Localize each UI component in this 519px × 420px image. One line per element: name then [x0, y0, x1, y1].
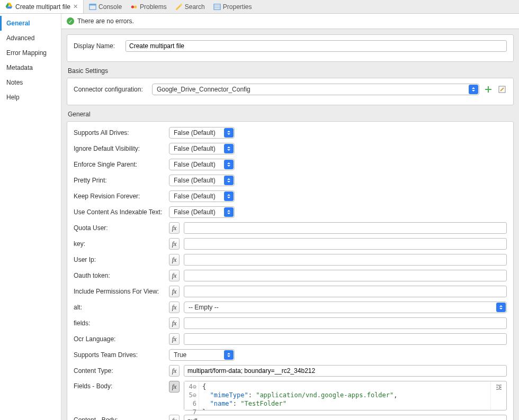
- ignore-default-visibility-select[interactable]: False (Default): [169, 143, 235, 154]
- keep-revision-forever-label: Keep Revision Forever:: [74, 193, 165, 200]
- chevron-updown-icon: [496, 303, 506, 312]
- connector-config-select[interactable]: Google_Drive_Connector_Config: [152, 84, 479, 95]
- fx-button-active[interactable]: fx: [169, 381, 180, 392]
- fields-label: fields:: [74, 319, 165, 327]
- chevron-updown-icon: [224, 191, 234, 201]
- svg-rect-1: [90, 4, 96, 5]
- display-name-label: Display Name:: [74, 42, 121, 50]
- fx-button[interactable]: fx: [169, 333, 180, 345]
- enforce-single-parent-label: Enforce Single Parent:: [74, 161, 165, 168]
- code-body[interactable]: { "mimeType": "application/vnd.google-ap…: [199, 381, 490, 410]
- problems-view-button[interactable]: Problems: [130, 3, 167, 11]
- quota-user-input[interactable]: [184, 222, 507, 234]
- search-view-button[interactable]: Search: [175, 3, 205, 11]
- keep-revision-forever-select[interactable]: False (Default): [169, 190, 235, 202]
- user-ip-input[interactable]: [184, 254, 507, 266]
- oauth-token-input[interactable]: [184, 270, 507, 281]
- content-type-input[interactable]: [184, 365, 507, 377]
- fx-button[interactable]: fx: [169, 238, 180, 250]
- sidebar-item-general[interactable]: General: [0, 16, 61, 31]
- edit-config-button[interactable]: [497, 85, 507, 94]
- use-content-as-indexable-text-label: Use Content As Indexable Text:: [74, 208, 165, 216]
- alt-label: alt:: [74, 304, 165, 311]
- general-heading: General: [68, 111, 519, 118]
- ok-icon: ✓: [67, 17, 74, 25]
- chevron-updown-icon: [224, 207, 234, 217]
- fx-button[interactable]: fx: [169, 222, 180, 234]
- sidebar-item-metadata[interactable]: Metadata: [0, 60, 61, 75]
- fx-button[interactable]: fx: [169, 270, 180, 281]
- content-body-textarea[interactable]: [184, 415, 507, 420]
- display-name-input[interactable]: [126, 40, 507, 52]
- basic-settings-heading: Basic Settings: [68, 67, 519, 75]
- fx-button[interactable]: fx: [169, 302, 180, 313]
- tab-bar: Create multipart file ✕ Console Problems…: [0, 0, 519, 14]
- fx-button[interactable]: fx: [169, 286, 180, 297]
- chevron-updown-icon: [224, 144, 234, 153]
- key-label: key:: [74, 240, 165, 248]
- quota-user-label: Quota User:: [74, 224, 165, 232]
- use-content-as-indexable-text-select[interactable]: False (Default): [169, 206, 235, 218]
- properties-icon: [213, 3, 221, 11]
- sidebar-item-error-mapping[interactable]: Error Mapping: [0, 45, 61, 60]
- supports-team-drives-label: Supports Team Drives:: [74, 351, 165, 359]
- chevron-updown-icon: [224, 350, 234, 360]
- fx-button[interactable]: fx: [169, 415, 180, 420]
- code-side-toolbar: [490, 381, 506, 410]
- fields-body-editor[interactable]: 4⊖5⊖67 { "mimeType": "application/vnd.go…: [184, 381, 507, 410]
- content-body-label: Content - Body:: [74, 415, 165, 420]
- ocr-language-input[interactable]: [184, 333, 507, 345]
- close-icon[interactable]: ✕: [73, 3, 78, 10]
- general-panel: Supports All Drives:False (Default) Igno…: [67, 121, 514, 420]
- ignore-default-visibility-label: Ignore Default Visibility:: [74, 145, 165, 152]
- sidebar-item-advanced[interactable]: Advanced: [0, 31, 61, 45]
- google-drive-icon: [5, 2, 13, 11]
- fx-button[interactable]: fx: [169, 365, 180, 377]
- sidebar-item-help[interactable]: Help: [0, 90, 61, 105]
- supports-all-drives-label: Supports All Drives:: [74, 129, 165, 136]
- key-input[interactable]: [184, 238, 507, 250]
- svg-point-3: [134, 5, 137, 8]
- user-ip-label: User Ip:: [74, 256, 165, 263]
- fx-button[interactable]: fx: [169, 254, 180, 266]
- connector-config-label: Connector configuration:: [74, 86, 148, 93]
- supports-team-drives-select[interactable]: True: [169, 349, 235, 361]
- main-content: ✓ There are no errors. Display Name: Bas…: [61, 14, 519, 420]
- oauth-token-label: Oauth token:: [74, 272, 165, 279]
- alt-select[interactable]: -- Empty --: [184, 302, 507, 313]
- include-permissions-for-view-input[interactable]: [184, 286, 507, 297]
- sidebar: General Advanced Error Mapping Metadata …: [0, 14, 61, 420]
- search-icon: [175, 3, 183, 11]
- ocr-language-label: Ocr Language:: [74, 335, 165, 343]
- content-type-label: Content Type:: [74, 367, 165, 375]
- add-config-button[interactable]: [484, 85, 493, 94]
- fields-body-label: Fields - Body:: [74, 381, 165, 390]
- map-icon[interactable]: [495, 384, 503, 392]
- include-permissions-for-view-label: Include Permissions For View:: [74, 288, 165, 295]
- tab-title: Create multipart file: [15, 3, 70, 11]
- display-name-panel: Display Name:: [67, 34, 514, 62]
- fields-input[interactable]: [184, 317, 507, 329]
- console-icon: [89, 3, 96, 11]
- supports-all-drives-select[interactable]: False (Default): [169, 127, 235, 139]
- code-gutter: 4⊖5⊖67: [184, 381, 199, 410]
- view-toolbar: Console Problems Search Properties: [84, 0, 257, 13]
- editor-tab-create-multipart[interactable]: Create multipart file ✕: [0, 0, 84, 13]
- chevron-updown-icon: [469, 85, 478, 94]
- status-message: There are no errors.: [77, 17, 134, 25]
- fx-button[interactable]: fx: [169, 317, 180, 329]
- sidebar-item-notes[interactable]: Notes: [0, 75, 61, 90]
- console-view-button[interactable]: Console: [89, 3, 122, 11]
- chevron-updown-icon: [224, 160, 234, 169]
- properties-view-button[interactable]: Properties: [213, 3, 252, 11]
- basic-settings-panel: Connector configuration: Google_Drive_Co…: [67, 78, 514, 105]
- pretty-print-select[interactable]: False (Default): [169, 175, 235, 186]
- status-bar: ✓ There are no errors.: [61, 14, 519, 29]
- pretty-print-label: Pretty Print:: [74, 177, 165, 184]
- svg-rect-4: [214, 4, 220, 10]
- svg-point-2: [131, 5, 134, 8]
- chevron-updown-icon: [224, 176, 234, 185]
- chevron-updown-icon: [224, 128, 234, 138]
- problems-icon: [130, 3, 138, 11]
- enforce-single-parent-select[interactable]: False (Default): [169, 159, 235, 170]
